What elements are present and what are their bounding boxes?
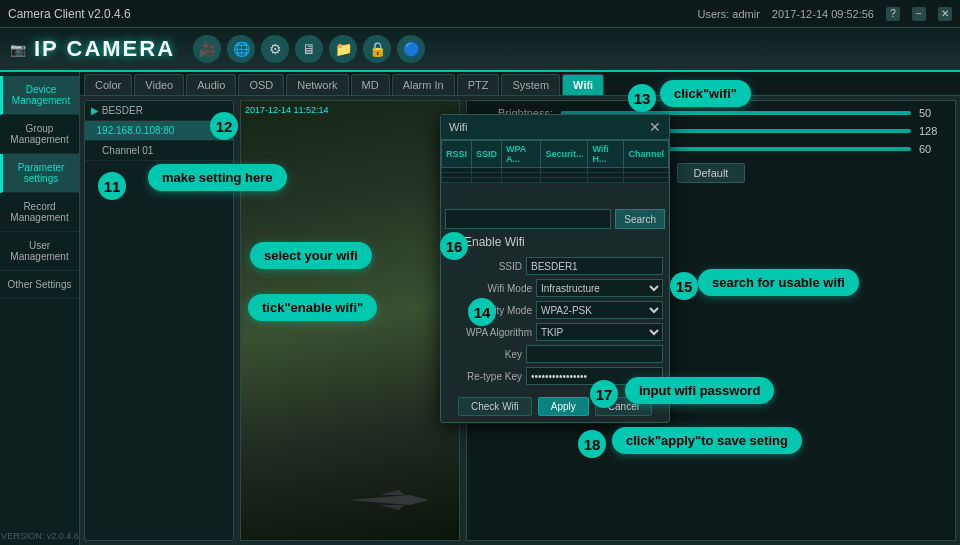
- security-mode-select[interactable]: WPA2-PSK: [536, 301, 663, 319]
- header-icons: 🎥 🌐 ⚙ 🖥 📁 🔒 🔵: [193, 35, 425, 63]
- ssid-label: SSID: [447, 261, 522, 272]
- plane-silhouette: [349, 490, 429, 510]
- wifi-dialog-close-button[interactable]: ✕: [649, 119, 661, 135]
- help-button[interactable]: ?: [886, 7, 900, 21]
- icon-folder[interactable]: 📁: [329, 35, 357, 63]
- camera-list-item-besder[interactable]: ▶ BESDER: [85, 101, 233, 121]
- enable-wifi-label: Enable Wifi: [464, 235, 525, 249]
- svg-marker-2: [379, 505, 404, 510]
- wpa-alg-select[interactable]: TKIP: [536, 323, 663, 341]
- icon-lock[interactable]: 🔒: [363, 35, 391, 63]
- wifi-table-area: RSSI SSID WPA A... Securit... Wifi H... …: [441, 140, 669, 205]
- sidebar-version: VERSION: v2.0.4.6: [0, 531, 80, 541]
- annotation-13-bubble: click"wifi": [660, 80, 751, 107]
- annotation-11-bubble: make setting here: [148, 164, 287, 191]
- col-ssid: SSID: [472, 141, 502, 168]
- wifi-search-row: Search: [441, 205, 669, 233]
- camera-list-item-channel[interactable]: Channel 01: [85, 141, 233, 161]
- ssid-row: SSID: [447, 257, 663, 275]
- wifi-mode-select[interactable]: Infrastructure: [536, 279, 663, 297]
- sidebar-item-params[interactable]: Parameter settings: [0, 154, 79, 193]
- icon-globe[interactable]: 🌐: [227, 35, 255, 63]
- wifi-mode-row: Wifi Mode Infrastructure: [447, 279, 663, 297]
- tab-video[interactable]: Video: [134, 74, 184, 95]
- apply-button[interactable]: Apply: [538, 397, 589, 416]
- sidebar-item-other[interactable]: Other Settings: [0, 271, 79, 299]
- camera-overlay-date: 2017-12-14 11:52:14: [245, 105, 329, 115]
- annotation-11-number: 11: [98, 172, 126, 200]
- annotation-13-number: 13: [628, 84, 656, 112]
- tab-osd[interactable]: OSD: [238, 74, 284, 95]
- wifi-mode-label: Wifi Mode: [447, 283, 532, 294]
- wifi-enable-row: Enable Wifi: [441, 233, 669, 253]
- sidebar-item-user[interactable]: User Management: [0, 232, 79, 271]
- table-row[interactable]: [442, 178, 669, 183]
- sidebar-item-record-label: Record Management: [10, 201, 68, 223]
- main-layout: Device Management Group Management Param…: [0, 72, 960, 545]
- sidebar-item-user-label: User Management: [10, 240, 68, 262]
- retype-key-label: Re-type Key: [447, 371, 522, 382]
- header: 📷 IP CAMERA 🎥 🌐 ⚙ 🖥 📁 🔒 🔵: [0, 28, 960, 72]
- app-title: Camera Client v2.0.4.6: [8, 7, 131, 21]
- annotation-16-select: select your wifi: [250, 242, 372, 269]
- sidebar-item-other-label: Other Settings: [8, 279, 72, 290]
- col-rssi: RSSI: [442, 141, 472, 168]
- saturation-value: 128: [919, 125, 949, 137]
- annotation-14-bubble: tick"enable wifi": [248, 294, 377, 321]
- sidebar-item-record[interactable]: Record Management: [0, 193, 79, 232]
- wpa-alg-label: WPA Algorithm: [447, 327, 532, 338]
- default-button[interactable]: Default: [677, 163, 746, 183]
- title-bar: Camera Client v2.0.4.6 Users: admir 2017…: [0, 0, 960, 28]
- sidebar-item-device[interactable]: Device Management: [0, 76, 79, 115]
- close-button[interactable]: ✕: [938, 7, 952, 21]
- tab-bar: Color Video Audio OSD Network MD Alarm I…: [80, 72, 960, 96]
- minimize-button[interactable]: −: [912, 7, 926, 21]
- tab-audio[interactable]: Audio: [186, 74, 236, 95]
- key-input[interactable]: [526, 345, 663, 363]
- icon-power[interactable]: 🔵: [397, 35, 425, 63]
- datetime: 2017-12-14 09:52:56: [772, 8, 874, 20]
- contrast-value: 60: [919, 143, 949, 155]
- annotation-16-number: 16: [440, 232, 468, 260]
- key-row: Key: [447, 345, 663, 363]
- tab-network[interactable]: Network: [286, 74, 348, 95]
- tab-system[interactable]: System: [501, 74, 560, 95]
- camera-icon: 📷: [10, 42, 26, 57]
- svg-marker-1: [379, 490, 404, 495]
- user-label: Users: admir: [698, 8, 760, 20]
- col-wpa: WPA A...: [502, 141, 541, 168]
- icon-settings[interactable]: ⚙: [261, 35, 289, 63]
- title-bar-right: Users: admir 2017-12-14 09:52:56 ? − ✕: [698, 7, 953, 21]
- tab-alarm[interactable]: Alarm In: [392, 74, 455, 95]
- content-area: Color Video Audio OSD Network MD Alarm I…: [80, 72, 960, 545]
- wifi-network-table: RSSI SSID WPA A... Securit... Wifi H... …: [441, 140, 669, 183]
- annotation-17-bubble: input wifi password: [625, 377, 774, 404]
- tab-color[interactable]: Color: [84, 74, 132, 95]
- key-label: Key: [447, 349, 522, 360]
- sidebar-item-group[interactable]: Group Management: [0, 115, 79, 154]
- annotation-18-bubble: click"apply"to save seting: [612, 427, 802, 454]
- wifi-dialog-title: Wifi: [449, 121, 467, 133]
- icon-monitor[interactable]: 🖥: [295, 35, 323, 63]
- sidebar-item-group-label: Group Management: [10, 123, 68, 145]
- wifi-search-input[interactable]: [445, 209, 611, 229]
- check-wifi-button[interactable]: Check Wifi: [458, 397, 532, 416]
- sidebar-item-params-label: Parameter settings: [18, 162, 65, 184]
- tab-wifi[interactable]: Wifi: [562, 74, 604, 95]
- svg-marker-0: [349, 495, 429, 505]
- annotation-14-number: 14: [468, 298, 496, 326]
- tab-md[interactable]: MD: [351, 74, 390, 95]
- annotation-15-bubble: search for usable wifi: [698, 269, 859, 296]
- annotation-15-number: 15: [670, 272, 698, 300]
- icon-camera[interactable]: 🎥: [193, 35, 221, 63]
- sidebar-item-device-label: Device Management: [12, 84, 70, 106]
- wifi-search-button[interactable]: Search: [615, 209, 665, 229]
- col-channel: Channel: [624, 141, 669, 168]
- wifi-dialog-titlebar: Wifi ✕: [441, 115, 669, 140]
- logo-text: IP CAMERA: [34, 36, 175, 62]
- col-wifi-h: Wifi H...: [588, 141, 624, 168]
- ssid-input[interactable]: [526, 257, 663, 275]
- title-bar-left: Camera Client v2.0.4.6: [8, 7, 131, 21]
- col-security: Securit...: [541, 141, 588, 168]
- tab-ptz[interactable]: PTZ: [457, 74, 500, 95]
